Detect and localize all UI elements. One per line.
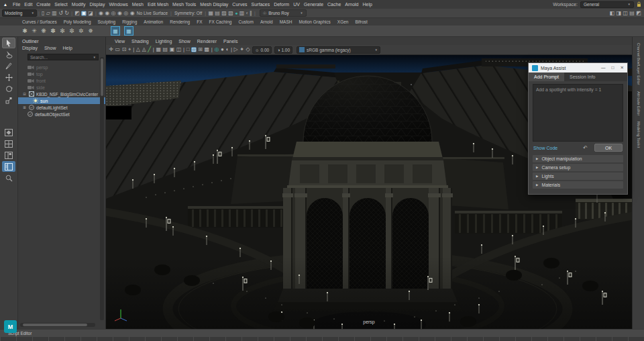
viewport-toolbar-icon[interactable]: | [211, 47, 213, 52]
snap-icon[interactable]: ◉ [117, 11, 122, 16]
shelf-tab[interactable]: MASH [276, 19, 296, 24]
sidebar-toggle-icon[interactable]: ◨ [616, 11, 621, 16]
ok-button[interactable]: OK [594, 144, 623, 152]
outliner-menu-help[interactable]: Help [62, 46, 72, 50]
shelf-tab[interactable]: Rendering [166, 19, 193, 24]
view-transform-select[interactable]: sRGB gamma (legacy)▼ [297, 46, 380, 54]
show-code-link[interactable]: Show Code [533, 146, 557, 150]
tab-session-info[interactable]: Session Info [564, 74, 601, 80]
menu-item[interactable]: Help [361, 2, 374, 7]
viewport-toolbar-icon[interactable]: ◫ [176, 47, 182, 52]
sidebar-tab[interactable]: Modeling Toolkit [637, 121, 641, 148]
shelf-tab[interactable]: Arnold [257, 19, 276, 24]
menu-item[interactable]: Edit [22, 2, 34, 7]
shelf-tool-icon[interactable]: ✽ [48, 26, 58, 36]
shelf-tool-icon[interactable]: ✲ [76, 26, 86, 36]
tab-add-prompt[interactable]: Add Prompt [529, 72, 564, 81]
zoom-tool[interactable] [2, 173, 15, 183]
outliner-menu-display[interactable]: Display [22, 46, 38, 50]
shelf-tool-icon-active[interactable]: ▦ [124, 26, 133, 36]
lasso-tool[interactable] [2, 49, 15, 60]
outliner-item-top[interactable]: top [18, 70, 105, 77]
render-icon[interactable]: ▨ [221, 11, 227, 16]
viewport-toolbar-icon[interactable]: ▷ [234, 47, 238, 52]
menu-item[interactable]: File [11, 2, 22, 7]
viewport-toolbar-icon[interactable]: ◇ [246, 47, 250, 52]
shelf-tab[interactable]: Rigging [119, 19, 140, 24]
menu-item[interactable]: Select [52, 2, 69, 7]
render-icon[interactable]: ▦ [208, 11, 213, 16]
section-object-manipulation[interactable]: ▶Object manipulation [533, 155, 623, 162]
viewport-toolbar-icon[interactable]: ▭ [115, 47, 121, 52]
close-button[interactable]: ✕ [621, 65, 624, 70]
outliner-hscrollbar[interactable] [20, 323, 95, 327]
viewport-toolbar-icon[interactable]: ▨ [191, 47, 197, 52]
shelf-tool-icon[interactable]: ✱ [20, 26, 30, 36]
shelf-tab[interactable]: Sculpting [95, 19, 119, 24]
viewport-menu-item[interactable]: Show [175, 39, 194, 44]
snap-icon[interactable]: ◎ [123, 11, 128, 16]
sidebar-toggle-icon[interactable]: ◩ [636, 11, 641, 16]
outliner-menu-show[interactable]: Show [44, 46, 56, 50]
snap-icon[interactable]: ◉ [99, 11, 103, 16]
shelf-tab[interactable]: Curves / Surfaces [19, 19, 60, 24]
menu-item[interactable]: Cache [325, 2, 343, 7]
maximize-button[interactable]: □ [612, 65, 614, 70]
viewport-menu-item[interactable]: Lighting [152, 39, 176, 44]
shelf-tool-icon-active[interactable]: ▦ [111, 26, 120, 36]
file-icon[interactable]: ▯ [42, 11, 44, 16]
outliner-item-objectset[interactable]: defaultObjectSet [18, 111, 105, 117]
viewport-toolbar-icon[interactable]: ✛ [109, 47, 113, 52]
minimize-button[interactable]: — [601, 65, 606, 70]
layout-split-pane[interactable] [2, 150, 15, 160]
layout-outliner-persp[interactable] [2, 161, 15, 172]
render-icon[interactable]: ▤ [215, 11, 220, 16]
file-icon[interactable]: ↻ [64, 11, 69, 16]
layout-four-pane[interactable] [2, 138, 15, 149]
menu-item[interactable]: Windows [107, 2, 129, 7]
viewport-toolbar-icon[interactable]: ⌖ [128, 47, 131, 52]
sidebar-tab[interactable]: Channel Box/Layer Editor [637, 43, 641, 85]
shelf-tool-icon[interactable]: ✳ [30, 26, 39, 36]
shelf-tool-icon[interactable]: ✵ [86, 26, 95, 36]
menu-item[interactable]: Deform [272, 2, 291, 7]
viewport-menu-item[interactable]: Renderer [194, 39, 220, 44]
viewport-toolbar-icon[interactable]: △ [136, 47, 140, 52]
viewport-toolbar-icon[interactable]: ● [221, 47, 224, 52]
viewport-toolbar-icon[interactable]: ◎ [214, 47, 219, 52]
shelf-tool-icon[interactable]: ✼ [67, 26, 76, 36]
shelf-tab[interactable]: Poly Modeling [60, 19, 95, 24]
viewport-toolbar-icon[interactable]: ◬ [142, 47, 146, 52]
gamma-field[interactable]: ◑1.00 [274, 46, 292, 54]
select-tool[interactable] [2, 38, 15, 48]
viewport-menu-item[interactable]: View [111, 39, 128, 44]
outliner-item-sun[interactable]: sun [18, 97, 105, 104]
menu-item[interactable]: Generate [302, 2, 325, 7]
paint-select-tool[interactable] [2, 60, 15, 71]
viewport-menu-item[interactable]: Shading [128, 39, 152, 44]
menu-item[interactable]: Arnold [343, 2, 360, 7]
menu-item[interactable]: Modify [70, 2, 88, 7]
viewport-toolbar-icon[interactable]: | [153, 47, 154, 52]
snap-icon[interactable]: ◉ [105, 11, 109, 16]
viewport-toolbar-icon[interactable]: ▦ [156, 47, 161, 52]
playback-icon[interactable]: ∥ [250, 11, 252, 16]
selection-mask-icon[interactable]: ◩ [74, 11, 80, 16]
outliner-item-lightset[interactable]: ⊞defaultLightSet [18, 104, 105, 111]
render-icon[interactable]: ● [235, 11, 237, 15]
section-materials[interactable]: ▶Materials [533, 181, 623, 189]
playback-icon[interactable]: ‹ [246, 11, 248, 16]
snap-icon[interactable]: ◎ [111, 11, 116, 16]
menuset-select[interactable]: Modeling▼ [2, 9, 37, 17]
menu-item[interactable]: Edit Mesh [146, 2, 170, 7]
file-icon[interactable]: ▥ [52, 11, 57, 16]
shelf-tab[interactable]: Custom [235, 19, 256, 24]
viewport-toolbar-icon[interactable]: | [183, 47, 184, 52]
menu-item[interactable]: UV [291, 2, 302, 7]
viewport-toolbar-icon[interactable]: ▤ [163, 47, 168, 52]
scale-tool[interactable] [2, 95, 15, 105]
shelf-tab[interactable]: Motion Graphics [295, 19, 333, 24]
layout-single[interactable] [2, 127, 15, 138]
viewport-toolbar-icon[interactable]: | [231, 47, 232, 52]
exposure-field[interactable]: ☼0.00 [252, 46, 272, 54]
